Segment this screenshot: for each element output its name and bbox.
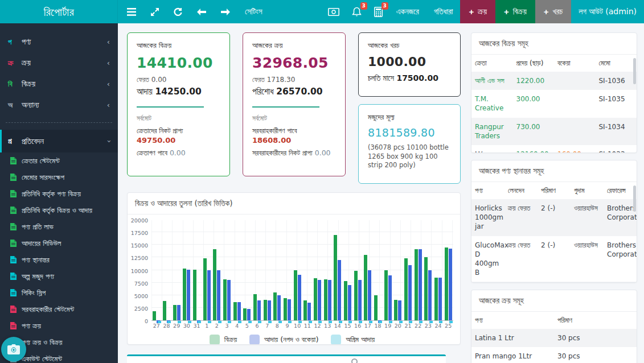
buyer-cell[interactable]: T.M. Creative bbox=[471, 90, 513, 117]
sidebar-report-item[interactable]: পিকিং স্লিপ bbox=[0, 284, 118, 301]
file-icon bbox=[10, 207, 17, 214]
back-arrow-icon[interactable] bbox=[197, 9, 206, 15]
sidebar-report-item[interactable]: মেমোর সারসংক্ষেপ bbox=[0, 169, 118, 185]
calculator-icon[interactable]: 3 bbox=[368, 0, 389, 23]
legend-item[interactable]: অগ্রিম আদায় bbox=[331, 335, 375, 345]
sidebar-menu-item[interactable]: প পণ্য bbox=[0, 31, 118, 52]
sidebar-report-item[interactable]: অল্প মজুদ পণ্য bbox=[0, 268, 118, 284]
cash-icon[interactable] bbox=[322, 0, 346, 23]
column-header: ক্রেতা bbox=[471, 55, 513, 72]
trend-link[interactable]: গতিধারা bbox=[426, 0, 461, 23]
purchase-table-row[interactable]: Pran mango 1Ltr 30 pcs bbox=[471, 347, 637, 363]
bar-sales bbox=[303, 300, 307, 320]
qty-cell: 2 (-) bbox=[538, 199, 571, 236]
transfer-table-row[interactable]: GlucoMax D 400gm B ক্রয় ফেরত 2 (-) ওয়্… bbox=[471, 236, 637, 282]
chevron-down-icon bbox=[104, 139, 113, 142]
app-logo[interactable]: রিপোর্টার bbox=[0, 0, 118, 23]
sidebar-item-reports[interactable]: প্র প্রতিবেদন bbox=[0, 130, 118, 152]
x-tick-label: 27 bbox=[153, 323, 160, 329]
sales-table-row[interactable]: Rangpur Traders 730.00 SI-1034 bbox=[471, 118, 637, 145]
today-transfers-panel: আজকের পণ্য স্থানান্তর সমূহ পণ্যলেনদেনপরি… bbox=[471, 160, 637, 283]
bell-badge: 3 bbox=[360, 2, 367, 10]
customer-receivable: 49750.00 bbox=[137, 136, 220, 145]
refresh-icon[interactable] bbox=[174, 7, 182, 16]
plus-icon: + bbox=[469, 7, 474, 16]
card-divider bbox=[137, 106, 204, 108]
due-cell: 160.00 bbox=[554, 145, 596, 153]
main-content: আজকের বিক্রয় 14410.00 ফেরত 0.00 আদায় 1… bbox=[118, 23, 644, 363]
glance-link[interactable]: একনজরে bbox=[389, 0, 426, 23]
sidebar-report-item[interactable]: পণ্য স্থানান্তর bbox=[0, 251, 118, 268]
add-expense-button[interactable]: + খরচ bbox=[535, 0, 572, 23]
bar-sales bbox=[173, 305, 177, 320]
qty-cell: 2 (-) bbox=[538, 236, 571, 282]
buyer-cell[interactable]: H/w Hafizul Brothers bbox=[471, 145, 513, 153]
memo-cell: SI-1036 bbox=[596, 72, 637, 90]
bar-collection bbox=[398, 300, 401, 320]
sidebar-report-item[interactable]: পণ্য প্রতি লাভ bbox=[0, 218, 118, 235]
bar-sales bbox=[394, 300, 397, 320]
settings-link[interactable]: সেটিংস bbox=[245, 7, 262, 16]
fullscreen-icon[interactable] bbox=[151, 8, 159, 16]
column-header: পরিমাণ bbox=[554, 312, 637, 329]
sidebar-report-item[interactable]: পণ্য ক্রয় bbox=[0, 317, 118, 334]
memo-cell: SI-1035 bbox=[596, 90, 637, 117]
bar-sales bbox=[203, 258, 207, 320]
sidebar-report-item[interactable]: সরবরাহকারীর স্টেটমেন্ট bbox=[0, 301, 118, 317]
bar-collection bbox=[348, 285, 351, 320]
bar-chart-plot: 20000175001500012500100007500500025000 bbox=[151, 220, 453, 321]
bar-collection bbox=[227, 280, 231, 320]
sales-table-row[interactable]: T.M. Creative 300.00 SI-1035 bbox=[471, 90, 637, 117]
sales-table-row[interactable]: আলী এন্ড সন্স 1220.00 SI-1036 bbox=[471, 72, 637, 90]
notifications-bell-icon[interactable]: 3 bbox=[346, 0, 368, 23]
warehouse-cell: ওয়্যারহাউস bbox=[571, 282, 604, 283]
sidebar-menu-item[interactable]: ক্র ক্রয় bbox=[0, 52, 118, 73]
bar-collection bbox=[247, 309, 251, 320]
warehouse-cell: ওয়্যারহাউস bbox=[571, 236, 604, 282]
today-sales-card: আজকের বিক্রয় 14410.00 ফেরত 0.00 আদায় 1… bbox=[127, 32, 230, 176]
bar-sales bbox=[344, 281, 347, 320]
sidebar-report-item[interactable]: প্রতিনিধি কর্তৃক বিক্রয় ও আদায় bbox=[0, 202, 118, 218]
sidebar-menu-item[interactable]: অ অন্যান্য bbox=[0, 94, 118, 116]
add-purchase-button[interactable]: + ক্রয় bbox=[460, 0, 495, 23]
bar-collection bbox=[268, 300, 271, 320]
buyer-cell[interactable]: Rangpur Traders bbox=[471, 118, 513, 145]
due-cell bbox=[554, 118, 596, 145]
screenshot-camera-button[interactable] bbox=[1, 337, 26, 362]
bar-collection bbox=[408, 265, 412, 320]
sales-table-row[interactable]: H/w Hafizul Brothers 12160.00 160.00 SI-… bbox=[471, 145, 637, 153]
sidebar-report-item[interactable]: আদায়ের শিডিউল bbox=[0, 235, 118, 251]
x-tick-label: 6 bbox=[255, 323, 259, 329]
column-header: পণ্য bbox=[471, 312, 554, 329]
transfer-table-row[interactable]: Horlicks 1000gm jar ক্রয় ফেরত 2 (-) ওয়… bbox=[471, 199, 637, 236]
scrollbar-thumb[interactable] bbox=[633, 58, 636, 84]
reference-cell: Brothers Corporation bbox=[604, 199, 637, 236]
x-tick-label: 16 bbox=[354, 323, 361, 329]
legend-item[interactable]: আদায় (নগদ ও বকেয়া) bbox=[249, 335, 318, 345]
column-header: গুদাম bbox=[571, 182, 604, 199]
column-header: লেনদেন bbox=[504, 182, 538, 199]
legend-item[interactable]: বিক্রয় bbox=[210, 335, 237, 345]
buyer-cell[interactable]: আলী এন্ড সন্স bbox=[471, 72, 513, 90]
scrollbar-thumb[interactable] bbox=[633, 185, 636, 212]
x-tick-label: 7 bbox=[265, 323, 269, 329]
bar-sales bbox=[434, 278, 438, 320]
supplier-payable: 18608.00 bbox=[252, 136, 336, 145]
forward-arrow-icon[interactable] bbox=[221, 9, 230, 15]
file-icon bbox=[10, 273, 17, 280]
purchase-table-row[interactable]: Latina 1 Ltr 30 pcs bbox=[471, 329, 637, 347]
logout-link[interactable]: লগ আউট (admin) bbox=[571, 0, 644, 23]
chevron-left-icon bbox=[107, 101, 110, 109]
bar-collection bbox=[388, 275, 392, 320]
sidebar-report-item[interactable]: প্রতিনিধি কর্তৃক পণ্য বিক্রয় bbox=[0, 185, 118, 202]
x-tick-label: 2 bbox=[215, 323, 219, 329]
product-cell: GlucoMax D 400gm B bbox=[471, 236, 504, 282]
sidebar-menu-item[interactable]: বি বিক্রয় bbox=[0, 73, 118, 94]
menu-toggle-icon[interactable] bbox=[127, 8, 136, 16]
add-sale-button[interactable]: + বিক্রয় bbox=[495, 0, 535, 23]
x-tick-label: 5 bbox=[245, 323, 249, 329]
y-tick-label: 0 bbox=[145, 318, 151, 324]
sidebar-report-item[interactable]: ক্রেতার স্টেটমেন্ট bbox=[0, 152, 118, 169]
amount-cell: 12160.00 bbox=[513, 145, 555, 153]
transfer-table-row[interactable]: Lite Horlicks 330gm ক্রয় 20 (+) ওয়্যার… bbox=[471, 282, 637, 283]
